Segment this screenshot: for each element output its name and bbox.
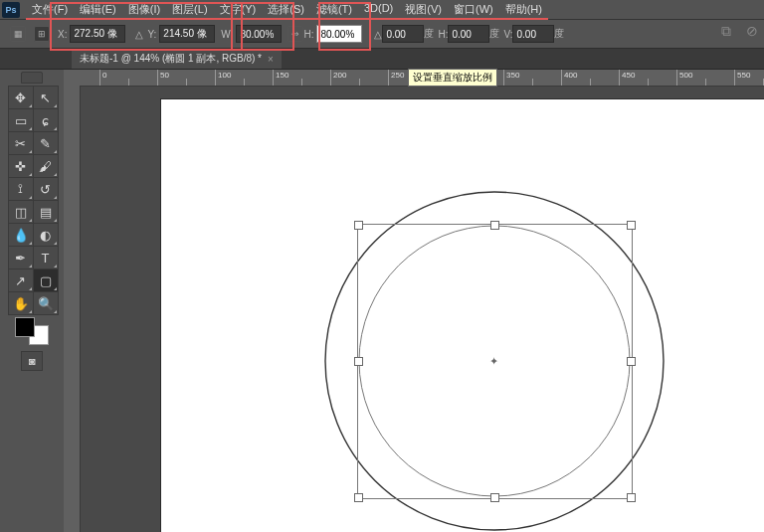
- transform-box[interactable]: ✦: [357, 224, 633, 499]
- vertical-ruler[interactable]: [64, 70, 81, 532]
- share-icon[interactable]: ⧉: [718, 23, 734, 39]
- tool-history[interactable]: ↺: [33, 177, 59, 201]
- horizontal-ruler[interactable]: 设置垂直缩放比例: [80, 70, 764, 87]
- menu-window[interactable]: 窗口(W): [448, 0, 499, 20]
- color-swatches[interactable]: [15, 317, 49, 345]
- handle-tc[interactable]: [490, 221, 499, 230]
- hskew-input[interactable]: [448, 25, 489, 43]
- y-label: Y:: [147, 29, 156, 40]
- tool-marquee[interactable]: ▭: [8, 108, 34, 132]
- tool-zoom[interactable]: 🔍: [33, 291, 59, 315]
- tools-panel: ✥↖▭ɕ✂✎✜🖌⟟↺◫▤💧◐✒T↗▢✋🔍 ◙: [0, 70, 64, 532]
- vskew-input[interactable]: [512, 25, 554, 43]
- ruler-tick: [157, 70, 158, 86]
- rotate-icon: △: [374, 29, 382, 40]
- document-title: 未标题-1 @ 144% (椭圆 1 副本, RGB/8) *: [80, 52, 262, 66]
- menu-file[interactable]: 文件(F): [26, 0, 74, 20]
- handle-ml[interactable]: [354, 357, 363, 366]
- tool-move[interactable]: ✥: [8, 86, 34, 109]
- tools-grip[interactable]: [21, 72, 43, 84]
- ruler-tick: [388, 70, 389, 86]
- menu-items: 文件(F) 编辑(E) 图像(I) 图层(L) 文字(Y) 选择(S) 滤镜(T…: [26, 0, 548, 20]
- ruler-tick: [215, 70, 216, 86]
- menu-layer[interactable]: 图层(L): [166, 0, 213, 20]
- handle-tr[interactable]: [627, 221, 636, 230]
- ruler-tick: [503, 70, 504, 86]
- artboard: ✦: [161, 99, 764, 532]
- delta-icon[interactable]: △: [135, 29, 143, 40]
- tool-pen[interactable]: ✒: [8, 246, 34, 269]
- tooltip: 设置垂直缩放比例: [408, 69, 497, 87]
- close-tab-icon[interactable]: ×: [268, 54, 274, 65]
- document-canvas[interactable]: ✦: [80, 86, 764, 532]
- ruler-tick: [561, 70, 562, 86]
- tool-select[interactable]: ↖: [33, 86, 59, 109]
- link-wh-icon[interactable]: ⇔: [287, 26, 303, 42]
- menu-help[interactable]: 帮助(H): [499, 0, 548, 20]
- hskew-unit: 度: [489, 27, 499, 41]
- h-label: H:: [303, 29, 313, 40]
- handle-bl[interactable]: [354, 493, 363, 502]
- menu-view[interactable]: 视图(V): [399, 0, 448, 20]
- foreground-swatch[interactable]: [15, 317, 35, 337]
- y-input[interactable]: [159, 25, 215, 43]
- tool-lasso[interactable]: ɕ: [33, 108, 59, 132]
- w-label: W:: [221, 29, 233, 40]
- tool-type[interactable]: T: [33, 246, 59, 269]
- h-input[interactable]: [316, 25, 362, 43]
- tool-brush[interactable]: 🖌: [33, 154, 59, 178]
- center-point-icon: ✦: [489, 355, 498, 368]
- menu-edit[interactable]: 编辑(E): [74, 0, 122, 20]
- rotate-input[interactable]: [382, 25, 424, 43]
- x-input[interactable]: [70, 25, 125, 43]
- ruler-tick: [330, 70, 331, 86]
- tool-eyedrop[interactable]: ✎: [33, 131, 59, 155]
- menu-3d[interactable]: 3D(D): [358, 0, 399, 20]
- ruler-tick: [273, 70, 274, 86]
- ruler-tick: [619, 70, 620, 86]
- quickmask-icon[interactable]: ◙: [21, 351, 43, 371]
- canvas-area: 设置垂直缩放比例 ✦: [64, 70, 764, 532]
- tool-path[interactable]: ↗: [8, 268, 34, 292]
- tool-gradient[interactable]: ▤: [33, 200, 59, 224]
- handle-mr[interactable]: [627, 357, 636, 366]
- hskew-label: H:: [438, 29, 448, 40]
- menu-select[interactable]: 选择(S): [262, 0, 310, 20]
- document-tab[interactable]: 未标题-1 @ 144% (椭圆 1 副本, RGB/8) * ×: [72, 49, 282, 69]
- vskew-unit: 度: [554, 27, 564, 41]
- tool-hand[interactable]: ✋: [8, 291, 34, 315]
- ruler-tick: [676, 70, 677, 86]
- handle-tl[interactable]: [354, 221, 363, 230]
- cancel-icon[interactable]: ⊘: [744, 23, 760, 39]
- x-label: X:: [58, 29, 67, 40]
- handle-br[interactable]: [627, 493, 636, 502]
- tool-stamp[interactable]: ⟟: [8, 177, 34, 201]
- rotate-unit: 度: [424, 27, 434, 41]
- rightside-icons: ⧉ ⊘: [718, 23, 760, 39]
- document-tab-bar: 未标题-1 @ 144% (椭圆 1 副本, RGB/8) * ×: [0, 49, 764, 70]
- tool-crop[interactable]: ✂: [8, 131, 34, 155]
- tool-shape[interactable]: ▢: [33, 268, 59, 292]
- app-logo: Ps: [2, 2, 20, 18]
- tool-dodge[interactable]: ◐: [33, 223, 59, 247]
- menu-image[interactable]: 图像(I): [122, 0, 166, 20]
- menu-filter[interactable]: 滤镜(T): [310, 0, 358, 20]
- tool-eraser[interactable]: ◫: [8, 200, 34, 224]
- handle-bc[interactable]: [490, 493, 499, 502]
- tool-heal[interactable]: ✜: [8, 154, 34, 178]
- options-bar: ▦ ⊞ X: △ Y: W: ⇔ H: △ 度 H: 度 V: 度 ⧉ ⊘: [0, 20, 764, 49]
- reference-point-icon[interactable]: ⊞: [34, 26, 50, 42]
- menu-type[interactable]: 文字(Y): [214, 0, 263, 20]
- tool-blur[interactable]: 💧: [8, 223, 34, 247]
- anchor-icon[interactable]: ▦: [10, 26, 26, 42]
- ruler-tick: [734, 70, 735, 86]
- vskew-label: V:: [503, 29, 512, 40]
- ruler-tick: [99, 70, 100, 86]
- w-input[interactable]: [236, 25, 282, 43]
- menu-bar: Ps 文件(F) 编辑(E) 图像(I) 图层(L) 文字(Y) 选择(S) 滤…: [0, 0, 764, 20]
